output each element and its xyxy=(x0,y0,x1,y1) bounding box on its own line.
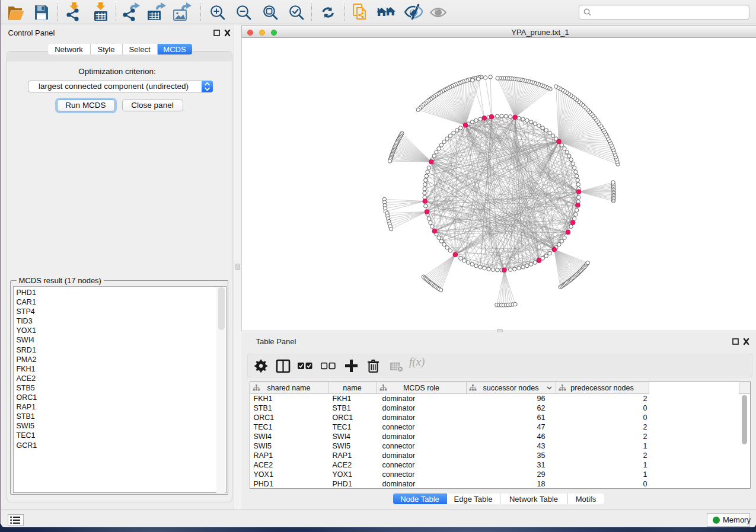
svg-text:f(x): f(x) xyxy=(409,355,425,368)
